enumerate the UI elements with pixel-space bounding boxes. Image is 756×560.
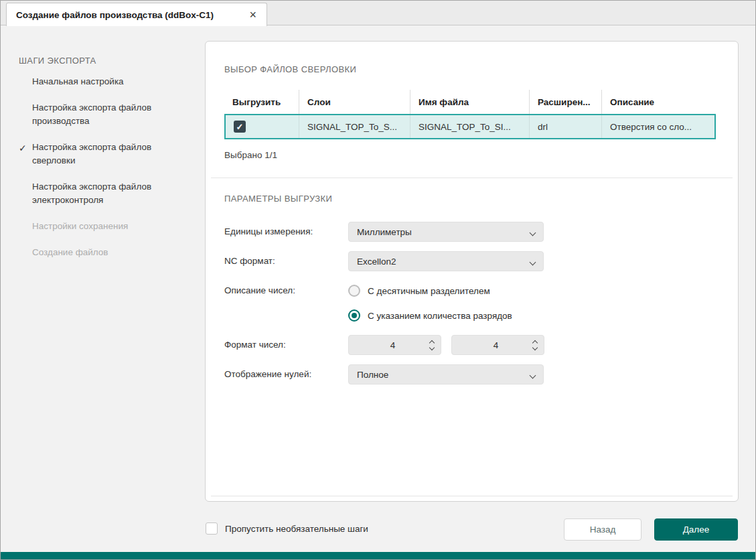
number-format-row: Формат чисел: 4 4 bbox=[224, 335, 719, 355]
chevron-down-icon bbox=[530, 255, 535, 267]
step-label: Создание файлов bbox=[32, 247, 108, 257]
nc-format-row: NC формат: Excellon2 bbox=[224, 251, 719, 271]
column-header-export: Выгрузить bbox=[224, 90, 299, 114]
step-label: Начальная настройка bbox=[32, 76, 124, 86]
units-value: Миллиметры bbox=[357, 227, 530, 237]
tab-production-files[interactable]: Создание файлов производства (ddBox-C1) … bbox=[6, 3, 267, 26]
step-label: Настройки сохранения bbox=[32, 221, 128, 231]
step-label: Настройка экспорта файлов электроконтрол… bbox=[32, 182, 151, 205]
radio-decimal-separator[interactable]: С десятичным разделителем bbox=[348, 281, 512, 301]
fraction-digits-stepper[interactable]: 4 bbox=[451, 335, 544, 355]
fraction-digits-value: 4 bbox=[459, 340, 533, 350]
integer-digits-value: 4 bbox=[356, 340, 430, 350]
row-checkbox[interactable]: ✓ bbox=[234, 121, 246, 133]
section-divider bbox=[211, 178, 733, 178]
column-header-extension: Расширен... bbox=[529, 90, 601, 114]
zeros-label: Отображение нулей: bbox=[224, 364, 348, 384]
zeros-value: Полное bbox=[357, 370, 530, 380]
nc-format-label: NC формат: bbox=[224, 251, 348, 271]
checkbox-unchecked-icon[interactable] bbox=[206, 522, 218, 535]
units-row: Единицы измерения: Миллиметры bbox=[224, 222, 719, 242]
nc-format-value: Excellon2 bbox=[357, 257, 530, 267]
export-params-form: Единицы измерения: Миллиметры NC формат:… bbox=[224, 222, 719, 384]
column-header-layers: Слои bbox=[299, 90, 410, 114]
table-header-row: Выгрузить Слои Имя файла Расширен... Опи… bbox=[224, 90, 716, 114]
cell-extension: drl bbox=[529, 115, 601, 138]
step-label: Настройка экспорта файлов сверловки bbox=[32, 142, 151, 165]
chevron-down-icon bbox=[530, 226, 535, 238]
sidebar-item-etest-export[interactable]: Настройка экспорта файлов электроконтрол… bbox=[1, 180, 204, 207]
params-heading: ПАРАМЕТРЫ ВЫГРУЗКИ bbox=[224, 194, 719, 204]
wizard-window: Создание файлов производства (ddBox-C1) … bbox=[0, 0, 756, 560]
units-label: Единицы измерения: bbox=[224, 222, 348, 242]
sidebar-item-production-export[interactable]: Настройка экспорта файлов производства bbox=[1, 101, 204, 128]
check-icon: ✓ bbox=[236, 122, 244, 132]
drill-files-heading: ВЫБОР ФАЙЛОВ СВЕРЛОВКИ bbox=[224, 64, 719, 75]
radio-digit-count[interactable]: С указанием количества разрядов bbox=[348, 305, 512, 326]
radio-selected-icon bbox=[348, 309, 360, 322]
units-dropdown[interactable]: Миллиметры bbox=[348, 222, 544, 242]
number-description-label: Описание чисел: bbox=[224, 281, 348, 301]
skip-steps-checkbox[interactable]: Пропустить необязательные шаги bbox=[206, 522, 368, 535]
tab-title: Создание файлов производства (ddBox-C1) bbox=[16, 10, 247, 20]
sidebar-heading: ШАГИ ЭКСПОРТА bbox=[19, 56, 204, 66]
integer-digits-stepper[interactable]: 4 bbox=[348, 335, 441, 355]
card-bottom-divider bbox=[211, 496, 733, 496]
radio-unselected-icon bbox=[348, 285, 360, 297]
close-icon[interactable]: × bbox=[247, 9, 258, 21]
zeros-row: Отображение нулей: Полное bbox=[224, 364, 719, 384]
number-format-controls: 4 4 bbox=[348, 335, 544, 355]
stepper-arrows-icon[interactable] bbox=[533, 341, 537, 350]
tab-bar: Создание файлов производства (ddBox-C1) … bbox=[1, 1, 755, 25]
column-header-filename: Имя файла bbox=[410, 90, 529, 114]
check-icon: ✓ bbox=[19, 141, 27, 155]
stepper-arrows-icon[interactable] bbox=[430, 341, 434, 350]
drill-files-table: Выгрузить Слои Имя файла Расширен... Опи… bbox=[224, 90, 716, 139]
cell-description: Отверстия со сло... bbox=[601, 115, 713, 138]
back-button[interactable]: Назад bbox=[564, 518, 641, 541]
column-header-description: Описание bbox=[601, 90, 716, 114]
radio-digits-label: С указанием количества разрядов bbox=[368, 311, 512, 321]
sidebar: ШАГИ ЭКСПОРТА Начальная настройка Настро… bbox=[1, 26, 204, 259]
main-panel: ВЫБОР ФАЙЛОВ СВЕРЛОВКИ Выгрузить Слои Им… bbox=[205, 41, 739, 502]
sidebar-item-drill-export[interactable]: ✓ Настройка экспорта файлов сверловки bbox=[1, 141, 204, 167]
chevron-down-icon bbox=[530, 368, 535, 380]
skip-steps-label: Пропустить необязательные шаги bbox=[225, 524, 368, 534]
sidebar-item-initial-setup[interactable]: Начальная настройка bbox=[1, 75, 204, 88]
nc-format-dropdown[interactable]: Excellon2 bbox=[348, 251, 544, 271]
number-description-radio-group: С десятичным разделителем С указанием ко… bbox=[348, 281, 512, 326]
sidebar-item-file-creation: Создание файлов bbox=[1, 246, 204, 259]
table-row[interactable]: ✓ SIGNAL_TOP_To_S... SIGNAL_TOP_To_SI...… bbox=[224, 114, 716, 139]
sidebar-item-save-settings: Настройки сохранения bbox=[1, 220, 204, 233]
cell-layers: SIGNAL_TOP_To_S... bbox=[299, 115, 410, 138]
export-steps-list: Начальная настройка Настройка экспорта ф… bbox=[1, 75, 204, 259]
next-button[interactable]: Далее bbox=[654, 518, 738, 541]
bottom-accent-strip bbox=[1, 552, 755, 559]
step-label: Настройка экспорта файлов производства bbox=[32, 102, 151, 126]
selected-count: Выбрано 1/1 bbox=[224, 150, 719, 160]
number-format-label: Формат чисел: bbox=[224, 335, 348, 355]
cell-filename: SIGNAL_TOP_To_SI... bbox=[410, 115, 529, 138]
zeros-dropdown[interactable]: Полное bbox=[348, 364, 544, 384]
radio-decimal-label: С десятичным разделителем bbox=[368, 286, 490, 296]
cell-export: ✓ bbox=[226, 115, 299, 138]
number-description-row: Описание чисел: С десятичным разделителе… bbox=[224, 281, 719, 326]
